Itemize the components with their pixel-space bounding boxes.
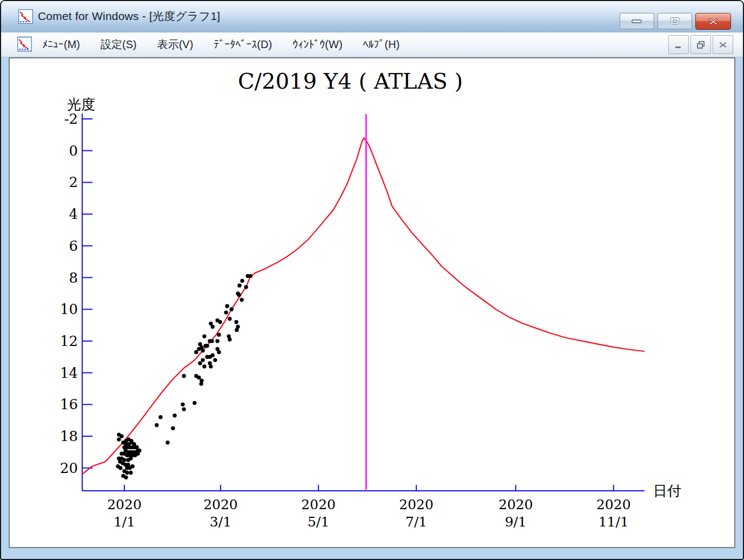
y-tick-label: 8	[69, 270, 78, 286]
observation-point	[198, 361, 202, 365]
axes: -20246810121416182020201/120203/120205/1…	[60, 111, 645, 530]
y-tick-label: 6	[69, 238, 78, 254]
x-tick-label: 20205/1	[301, 497, 336, 530]
observation-point	[172, 414, 176, 417]
y-tick-label: 18	[60, 428, 78, 444]
minimize-button[interactable]	[620, 13, 654, 29]
comet-lightcurve-icon	[18, 9, 33, 24]
y-tick-label: 0	[69, 143, 78, 159]
chart-area: C/2019 Y4 ( ATLAS ) 光度 日付 -2024681012141…	[9, 57, 735, 548]
observation-point	[244, 285, 248, 289]
observation-point	[211, 325, 215, 329]
app-window: Comet for Windows - [光度グラフ1]	[0, 0, 744, 560]
observation-point	[218, 320, 222, 324]
observation-point	[125, 471, 129, 475]
observation-point	[130, 464, 134, 468]
observation-point	[234, 320, 238, 324]
x-axis-label: 日付	[653, 483, 681, 499]
observation-point	[211, 354, 215, 357]
observation-point	[155, 423, 158, 427]
x-tick-label: 20203/1	[203, 497, 238, 530]
observation-point	[225, 304, 229, 308]
observation-point	[119, 434, 123, 438]
observation-point	[194, 350, 198, 354]
observation-point	[224, 310, 228, 314]
x-tick-label: 202011/1	[596, 497, 631, 530]
close-icon	[708, 17, 719, 26]
mdi-window-controls	[668, 35, 733, 54]
mdi-restore-button[interactable]	[690, 35, 711, 54]
x-tick-label: 20209/1	[499, 497, 533, 530]
observation-point	[210, 339, 214, 343]
mdi-minimize-icon	[674, 41, 683, 49]
restore-icon	[669, 16, 681, 26]
menu-bar: ﾒﾆｭｰ(M) 設定(S) 表示(V) ﾃﾞｰﾀﾍﾞｰｽ(D) ｳｨﾝﾄﾞｳ(W…	[1, 32, 743, 57]
observation-point	[181, 403, 184, 406]
observation-point	[197, 376, 201, 379]
observation-point	[129, 456, 132, 460]
close-button[interactable]	[695, 13, 731, 30]
observation-point	[137, 449, 141, 452]
menu-item-view[interactable]: 表示(V)	[155, 36, 196, 53]
observation-point	[235, 328, 238, 332]
restore-button[interactable]	[657, 13, 692, 29]
y-tick-label: 14	[60, 365, 78, 381]
observation-point	[165, 441, 169, 444]
observation-point	[236, 291, 240, 295]
menu-items: ﾒﾆｭｰ(M) 設定(S) 表示(V) ﾃﾞｰﾀﾍﾞｰｽ(D) ｳｨﾝﾄﾞｳ(W…	[40, 32, 402, 57]
observation-point	[201, 358, 204, 362]
menu-item-database[interactable]: ﾃﾞｰﾀﾍﾞｰｽ(D)	[211, 37, 274, 52]
observation-point	[158, 415, 162, 419]
menu-item-menu[interactable]: ﾒﾆｭｰ(M)	[40, 37, 82, 52]
observation-points	[116, 274, 252, 479]
observation-point	[192, 401, 196, 405]
observation-point	[197, 347, 201, 351]
window-title: Comet for Windows - [光度グラフ1]	[38, 1, 220, 32]
menu-item-settings[interactable]: 設定(S)	[98, 36, 139, 53]
observation-point	[217, 333, 221, 337]
y-tick-label: 2	[69, 174, 78, 190]
observation-point	[202, 334, 206, 338]
observation-point	[228, 317, 231, 321]
chart-title: C/2019 Y4 ( ATLAS )	[238, 69, 463, 94]
observation-point	[171, 426, 175, 430]
light-curve-chart: C/2019 Y4 ( ATLAS ) 光度 日付 -2024681012141…	[10, 58, 734, 547]
observation-point	[202, 364, 206, 368]
y-tick-label: 20	[60, 460, 78, 476]
model-curve	[82, 138, 645, 474]
observation-point	[249, 274, 253, 278]
observation-point	[201, 349, 204, 352]
y-tick-label: 16	[60, 396, 78, 412]
observation-point	[182, 374, 185, 378]
mdi-minimize-button[interactable]	[668, 35, 689, 54]
observation-point	[240, 298, 243, 302]
menu-item-window[interactable]: ｳｨﾝﾄﾞｳ(W)	[290, 37, 344, 52]
menu-item-help[interactable]: ﾍﾙﾌﾟ(H)	[361, 37, 402, 52]
observation-point	[205, 344, 209, 348]
observation-point	[118, 466, 122, 470]
observation-point	[213, 358, 217, 362]
y-tick-label: 12	[60, 333, 78, 349]
y-tick-label: 10	[60, 301, 78, 317]
titlebar[interactable]: Comet for Windows - [光度グラフ1]	[1, 1, 743, 32]
y-tick-label: 4	[69, 206, 78, 222]
mdi-close-button[interactable]	[713, 35, 733, 54]
x-tick-label: 20201/1	[107, 497, 142, 530]
mdi-restore-icon	[696, 41, 706, 49]
observation-point	[209, 364, 212, 368]
observation-point	[228, 337, 231, 341]
observation-point	[230, 308, 234, 311]
observation-point	[199, 382, 203, 385]
x-tick-label: 20207/1	[399, 497, 434, 530]
window-controls	[620, 13, 731, 30]
observation-point	[217, 350, 221, 354]
observation-point	[129, 471, 132, 475]
document-chart-icon	[17, 35, 32, 53]
mdi-close-icon	[719, 41, 727, 49]
observation-point	[117, 437, 121, 441]
observation-point	[237, 284, 241, 288]
observation-point	[215, 339, 219, 343]
y-tick-label: -2	[64, 111, 78, 127]
observation-point	[182, 407, 185, 411]
observation-point	[240, 279, 244, 283]
